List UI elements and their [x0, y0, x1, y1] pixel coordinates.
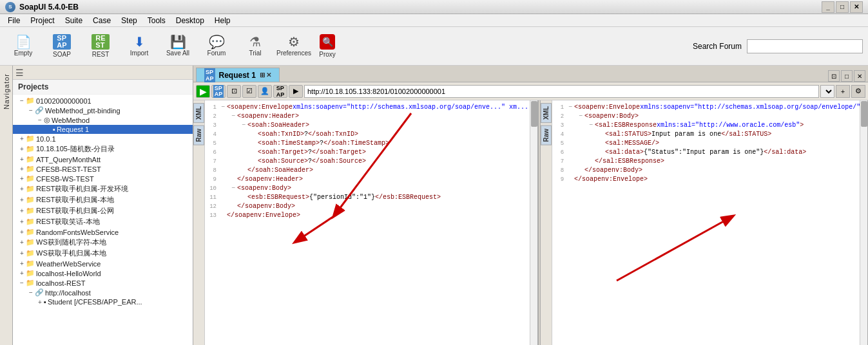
response-scrollbar[interactable] [860, 100, 867, 345]
trial-button[interactable]: ⚗ Trial [237, 29, 273, 64]
proxy-button[interactable]: 🔍 Proxy [314, 29, 340, 64]
clone-button[interactable]: ⊡ [227, 85, 241, 98]
tree-item-toggle[interactable]: + [18, 175, 26, 182]
tree-item[interactable]: +📁REST获取笑话-本地 [13, 216, 193, 227]
soap-button[interactable]: SPAP SOAP [44, 29, 80, 64]
tree-item-toggle[interactable]: − [36, 117, 44, 124]
tab-maximize-button[interactable]: □ [841, 70, 853, 82]
tree-item-toggle[interactable]: + [18, 250, 26, 257]
close-button[interactable]: ✕ [850, 1, 863, 13]
tree-item-toggle[interactable]: + [18, 156, 26, 163]
tree-item-label: CFESB-REST-TEST [36, 165, 101, 173]
xml-toggle[interactable]: − [240, 121, 247, 130]
xml-tab[interactable]: XML [193, 103, 204, 123]
proxy-icon: 🔍 [320, 34, 335, 50]
tree-item[interactable]: +📁WS获取手机归属-本地 [13, 248, 193, 259]
xml-toggle[interactable]: − [566, 103, 574, 112]
tree-item-toggle[interactable]: + [18, 165, 26, 172]
tree-item[interactable]: +📁WS获到随机字符-本地 [13, 237, 193, 248]
tree-item[interactable]: +▪Student [/CFESB/APP_EAR... [13, 297, 193, 306]
add-endpoint-button[interactable]: + [836, 85, 850, 98]
minimize-button[interactable]: _ [822, 1, 834, 13]
tree-item-toggle[interactable]: + [36, 299, 44, 306]
auth-button[interactable]: 👤 [258, 85, 272, 98]
tree-item[interactable]: +📁CFESB-WS-TEST [13, 174, 193, 183]
soap-label: SOAP [53, 51, 71, 58]
tree-item[interactable]: ▪Request 1 [13, 125, 193, 134]
url-dropdown[interactable] [820, 85, 834, 98]
tree-item-toggle[interactable]: + [18, 270, 26, 277]
xml-toggle[interactable]: − [219, 103, 227, 112]
maximize-button[interactable]: □ [836, 1, 849, 13]
tree-item-toggle[interactable]: − [27, 107, 35, 114]
tab-restore-icon[interactable]: ⊞ [260, 71, 265, 79]
import-button[interactable]: ⬇ Import [121, 29, 157, 64]
menu-suite[interactable]: Suite [60, 15, 88, 26]
xml-toggle[interactable]: − [229, 184, 237, 193]
search-input[interactable] [747, 39, 863, 53]
raw-tab[interactable]: Raw [193, 126, 204, 145]
tree-item-toggle[interactable]: + [18, 135, 26, 142]
empty-button[interactable]: 📄 Empty [5, 29, 41, 64]
url-input[interactable] [304, 85, 819, 98]
tree-item[interactable]: +📁REST获取手机归属-本地 [13, 194, 193, 205]
rest-button[interactable]: REST REST [82, 29, 119, 64]
xml-toggle[interactable]: − [229, 112, 237, 121]
add-assertion-button[interactable]: ☑ [242, 85, 256, 98]
resp-raw-tab[interactable]: Raw [541, 126, 552, 145]
tree-item-toggle[interactable]: + [18, 239, 26, 246]
tree-item-toggle[interactable]: − [27, 289, 35, 296]
resp-xml-tab[interactable]: XML [541, 103, 552, 123]
tree-item[interactable]: −📁01002000000001 [13, 96, 193, 106]
config-button[interactable]: ⚙ [851, 85, 865, 98]
tab-restore-button[interactable]: ⊡ [828, 70, 840, 82]
tree-item[interactable]: +📁REST获取手机归属-开发环境 [13, 183, 193, 194]
tree-item-toggle[interactable]: + [18, 145, 26, 153]
xml-response-line: 3−<sal:ESBResponse xmlns:sal="http://www… [555, 121, 865, 130]
tree-item-toggle[interactable]: − [18, 279, 26, 286]
forum-button[interactable]: 💬 Forum [198, 29, 235, 64]
tree-item[interactable]: +📁WeatherWebService [13, 259, 193, 268]
tree-item[interactable]: −🔗http://localhost [13, 288, 193, 297]
tree-item[interactable]: +📁CFESB-REST-TEST [13, 164, 193, 174]
endpoint-button[interactable]: ▶ [289, 85, 303, 98]
stop-button[interactable]: SPAP [211, 85, 226, 98]
save-all-button[interactable]: 💾 Save All [160, 29, 196, 64]
menu-desktop[interactable]: Desktop [171, 15, 209, 26]
menu-file[interactable]: File [3, 15, 25, 26]
tab-close-button[interactable]: ✕ [854, 70, 865, 82]
preferences-button[interactable]: ⚙ Preferences [276, 29, 312, 64]
request-scrollbar[interactable] [530, 100, 537, 345]
tree-item[interactable]: −🔗WebMethod_ptt-binding [13, 106, 193, 115]
tree-item[interactable]: +📁10.0.1 [13, 134, 193, 144]
tree-item[interactable]: +📁10.18.105-随机数-分目录 [13, 144, 193, 154]
menu-step[interactable]: Step [116, 15, 142, 26]
xml-toggle[interactable]: − [587, 121, 595, 130]
tree-item[interactable]: −📁localhost-REST [13, 278, 193, 288]
tree-item-toggle[interactable]: − [18, 97, 26, 104]
tree-item[interactable]: −◎WebMethod [13, 115, 193, 125]
tree-item[interactable]: +📁localhost-HelloWorld [13, 268, 193, 278]
tree-item-toggle[interactable]: + [18, 260, 26, 267]
xml-toggle[interactable]: − [577, 112, 584, 121]
tab-close-icon[interactable]: ✕ [266, 71, 271, 79]
menu-case[interactable]: Case [88, 15, 116, 26]
tree-item-toggle[interactable]: + [18, 185, 26, 192]
request-tab[interactable]: SPAP Request 1 ⊞ ✕ [196, 68, 280, 82]
tree-item[interactable]: +📁RandomFontsWebService [13, 227, 193, 237]
tree-item-toggle[interactable]: + [18, 207, 26, 214]
navigator-label[interactable]: Navigator [3, 73, 10, 109]
wsdl-button[interactable]: SPAP [273, 85, 287, 98]
run-button[interactable]: ▶ [196, 85, 210, 98]
menu-help[interactable]: Help [209, 15, 236, 26]
tree-item-toggle[interactable]: + [18, 218, 26, 225]
tree-item-toggle[interactable]: + [18, 196, 26, 203]
tree-item[interactable]: +📁ATT_QueryMonthAtt [13, 154, 193, 164]
menu-tools[interactable]: Tools [142, 15, 171, 26]
tree-menu-icon[interactable]: ☰ [15, 68, 24, 78]
tree-item-toggle[interactable]: + [18, 228, 26, 236]
menu-project[interactable]: Project [25, 15, 59, 26]
tree-item[interactable]: +📁REST获取手机归属-公网 [13, 205, 193, 216]
app-logo: S [5, 2, 15, 12]
soap-icon: SPAP [53, 34, 71, 50]
